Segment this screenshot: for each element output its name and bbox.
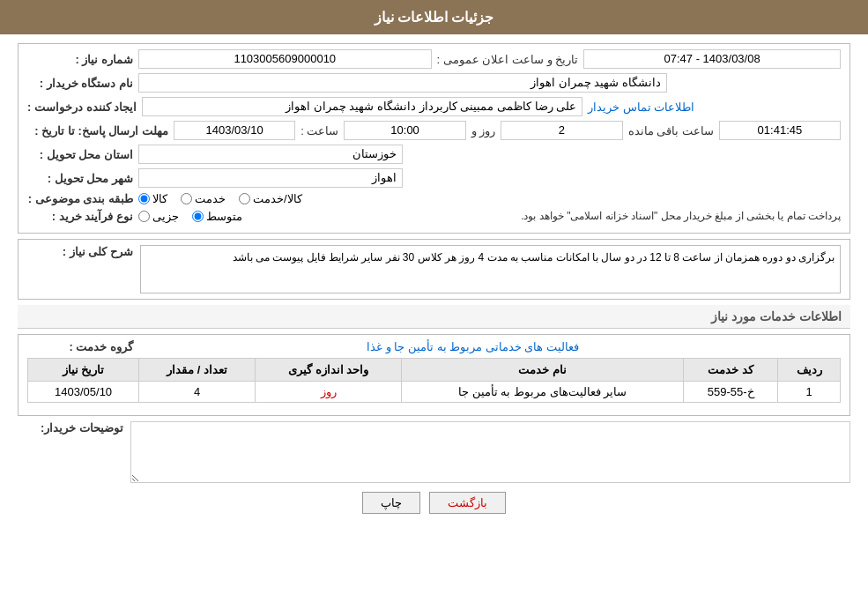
description-text: برگزاری دو دوره همزمان از ساعت 8 تا 12 د…	[140, 245, 841, 293]
deadline-remaining-label: ساعت باقی مانده	[628, 124, 714, 137]
table-cell-date: 1403/05/10	[28, 382, 139, 403]
services-table: ردیف کد خدمت نام خدمت واحد اندازه گیری ت…	[27, 358, 841, 403]
purchase-option-motevaset[interactable]: متوسط	[192, 210, 242, 223]
print-button[interactable]: چاپ	[362, 492, 420, 514]
col-header-name: نام خدمت	[402, 359, 684, 382]
city-value: اهواز	[138, 168, 403, 188]
col-header-unit: واحد اندازه گیری	[256, 359, 402, 382]
col-header-quantity: تعداد / مقدار	[139, 359, 256, 382]
purchase-option-jozi[interactable]: جزیی	[138, 210, 179, 223]
need-number-label: شماره نیاز :	[27, 53, 133, 66]
category-option-kala-khedmat[interactable]: کالا/خدمت	[239, 192, 302, 205]
col-header-date: تاریخ نیاز	[28, 359, 139, 382]
announce-value: 1403/03/08 - 07:47	[583, 49, 841, 69]
category-radio-group: کالا/خدمت خدمت کالا	[138, 192, 302, 205]
service-group-label: گروه خدمت :	[27, 340, 133, 353]
page-title: جزئیات اطلاعات نیاز	[375, 10, 494, 25]
buyer-org-value: دانشگاه شهید چمران اهواز	[138, 73, 667, 93]
purchase-type-label: نوع فرآیند خرید :	[27, 210, 133, 223]
button-group: بازگشت چاپ	[18, 492, 850, 514]
category-option-kala[interactable]: کالا	[138, 192, 167, 205]
province-value: خوزستان	[138, 145, 403, 164]
deadline-time: 10:00	[344, 121, 465, 140]
page-header: جزئیات اطلاعات نیاز	[0, 0, 868, 34]
buyer-notes-input[interactable]	[130, 421, 850, 483]
description-label: شرح کلی نیاز :	[27, 245, 133, 258]
deadline-days: 2	[501, 121, 622, 140]
category-label: طبقه بندی موضوعی :	[27, 192, 133, 205]
table-cell-row: 1	[778, 382, 841, 403]
table-cell-quantity: 4	[139, 382, 256, 403]
deadline-date: 1403/03/10	[174, 121, 295, 140]
contact-link[interactable]: اطلاعات تماس خریدار	[588, 100, 694, 114]
announce-label: تاریخ و ساعت اعلان عمومی :	[437, 53, 579, 66]
purchase-note: پرداخت تمام یا بخشی از مبلغ خریدار محل "…	[248, 210, 841, 222]
table-cell-name: سایر فعالیت‌های مربوط به تأمین جا	[402, 382, 684, 403]
deadline-time-label: ساعت :	[300, 124, 338, 137]
deadline-label: مهلت ارسال پاسخ: تا تاریخ :	[27, 124, 168, 137]
back-button[interactable]: بازگشت	[429, 492, 506, 514]
col-header-code: کد خدمت	[684, 359, 778, 382]
province-label: استان محل تحویل :	[27, 148, 133, 161]
category-option-khedmat[interactable]: خدمت	[181, 192, 226, 205]
services-section-title: اطلاعات خدمات مورد نیاز	[18, 305, 850, 329]
table-cell-code: خ-55-559	[684, 382, 778, 403]
table-row: 1خ-55-559سایر فعالیت‌های مربوط به تأمین …	[28, 382, 841, 403]
city-label: شهر محل تحویل :	[27, 172, 133, 185]
creator-label: ایجاد کننده درخواست :	[27, 100, 137, 114]
table-cell-unit: روز	[256, 382, 402, 403]
need-number-value: 1103005609000010	[138, 49, 432, 69]
service-group-value[interactable]: فعالیت های خدماتی مربوط به تأمین جا و غذ…	[138, 340, 579, 353]
deadline-days-label: روز و	[471, 124, 496, 137]
deadline-remaining: 01:41:45	[719, 121, 841, 140]
creator-value: علی رضا کاظمی ممبینی کاربرداز دانشگاه شه…	[142, 97, 582, 116]
buyer-notes-label: توضیحات خریدار:	[18, 421, 123, 434]
purchase-type-radio-group: متوسط جزیی	[138, 210, 242, 223]
buyer-org-label: نام دستگاه خریدار :	[27, 77, 133, 90]
col-header-row: ردیف	[778, 359, 841, 382]
